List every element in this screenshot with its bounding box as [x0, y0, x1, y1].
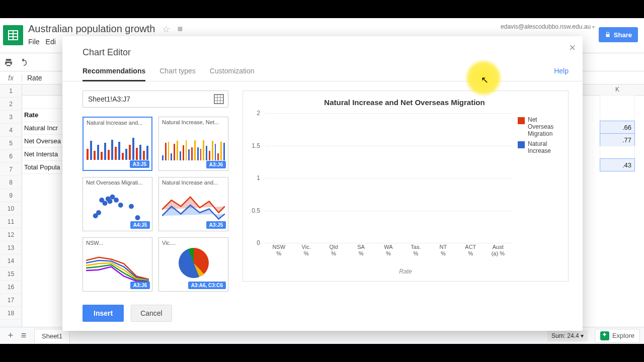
x-category-label: ACT% — [460, 244, 480, 257]
recommendations-panel: Natural Increase and...A3:J5Natural Incr… — [83, 90, 228, 292]
y-axis: 00.511.52 — [243, 113, 263, 243]
recommendation-title: Natural Increase, Net... — [162, 119, 225, 125]
recommendation-title: Natural Increase and... — [162, 179, 225, 186]
recommendation-thumbnail — [86, 188, 149, 221]
gridline — [265, 178, 512, 178]
x-category-label: WA% — [378, 244, 398, 257]
legend-label: Net Overseas Migration — [528, 116, 563, 137]
chart-editor-modal: Chart Editor × Recommendations Chart typ… — [62, 36, 583, 331]
close-icon[interactable]: × — [569, 41, 576, 54]
x-category-label: Vic.% — [296, 244, 316, 257]
gridline — [265, 146, 512, 146]
gridline — [265, 211, 512, 211]
y-tick: 0.5 — [252, 207, 260, 214]
data-range-field[interactable] — [83, 95, 213, 103]
recommendation-grid: Natural Increase and...A3:J5Natural Incr… — [83, 117, 228, 292]
svg-point-15 — [114, 198, 119, 203]
gridline — [265, 243, 512, 243]
cancel-button[interactable]: Cancel — [131, 305, 172, 322]
recommendation-title: Vic.... — [162, 240, 225, 246]
recommendation-title: NSW... — [86, 240, 149, 246]
x-axis: NSW%Vic.%Qld%SA%WA%Tas.%NT%ACT%Aust(a) % — [265, 244, 512, 264]
insert-button[interactable]: Insert — [83, 305, 124, 322]
legend-swatch — [518, 141, 525, 148]
recommendation-card[interactable]: Natural Increase, Net...A3:J6 — [158, 117, 228, 171]
legend-item: Net Overseas Migration — [518, 116, 563, 137]
recommendation-range-badge: A3:A6, C3:C6 — [188, 282, 226, 289]
recommendation-thumbnail — [86, 248, 149, 281]
recommendation-range-badge: A3:J5 — [130, 160, 149, 168]
recommendation-range-badge: A3:J6 — [206, 161, 226, 168]
recommendation-thumbnail — [162, 248, 225, 281]
recommendation-range-badge: A4:J5 — [130, 221, 150, 229]
modal-title: Chart Editor — [62, 36, 583, 58]
svg-rect-4 — [214, 95, 223, 104]
tab-recommendations[interactable]: Recommendations — [83, 67, 145, 81]
recommendation-card[interactable]: NSW...A3:J6 — [83, 237, 152, 292]
svg-point-18 — [135, 215, 140, 220]
x-axis-label: Rate — [243, 268, 568, 275]
chart-legend: Net Overseas MigrationNatural Increase — [518, 116, 563, 157]
recommendation-range-badge: A3:J5 — [206, 221, 226, 229]
recommendation-title: Net Overseas Migrati... — [86, 179, 149, 186]
svg-point-16 — [118, 203, 123, 208]
svg-point-13 — [108, 199, 113, 204]
recommendation-range-badge: A3:J6 — [130, 282, 150, 289]
chart-preview: Natural Increase and Net Overseas Migrat… — [243, 90, 569, 282]
plot-area — [265, 113, 512, 243]
recommendation-thumbnail — [162, 188, 225, 221]
svg-point-11 — [103, 201, 108, 206]
y-tick: 2 — [257, 110, 260, 117]
data-range-input[interactable] — [83, 90, 228, 108]
recommendation-card[interactable]: Vic....A3:A6, C3:C6 — [158, 237, 228, 292]
y-tick: 1.5 — [252, 142, 260, 149]
recommendation-card[interactable]: Net Overseas Migrati...A4:J5 — [83, 177, 152, 231]
recommendation-thumbnail — [162, 127, 225, 160]
recommendation-card[interactable]: Natural Increase and...A3:J5 — [158, 177, 228, 231]
x-category-label: Tas.% — [406, 244, 426, 257]
recommendation-thumbnail — [87, 128, 148, 160]
y-tick: 1 — [257, 174, 260, 182]
sheets-app: Australian population growth ☆ ■ File Ed… — [0, 18, 644, 344]
tab-chart-types[interactable]: Chart types — [159, 67, 196, 81]
legend-item: Natural Increase — [518, 140, 563, 154]
tab-customization[interactable]: Customization — [210, 67, 255, 81]
help-link[interactable]: Help — [554, 67, 569, 81]
y-tick: 0 — [257, 239, 260, 246]
recommendation-title: Natural Increase and... — [87, 120, 148, 126]
chart-title: Natural Increase and Net Overseas Migrat… — [248, 98, 561, 107]
svg-point-19 — [96, 210, 101, 215]
select-range-icon[interactable] — [213, 93, 225, 105]
x-category-label: Qld% — [324, 244, 344, 257]
gridline — [265, 113, 512, 114]
legend-swatch — [518, 117, 525, 124]
x-category-label: SA% — [351, 244, 371, 257]
svg-point-17 — [129, 204, 134, 209]
x-category-label: NT% — [433, 244, 453, 257]
x-category-label: NSW% — [269, 244, 289, 257]
legend-label: Natural Increase — [528, 140, 563, 154]
recommendation-card[interactable]: Natural Increase and...A3:J5 — [83, 117, 152, 171]
modal-tabs: Recommendations Chart types Customizatio… — [62, 58, 583, 81]
x-category-label: Aust(a) % — [488, 244, 508, 257]
